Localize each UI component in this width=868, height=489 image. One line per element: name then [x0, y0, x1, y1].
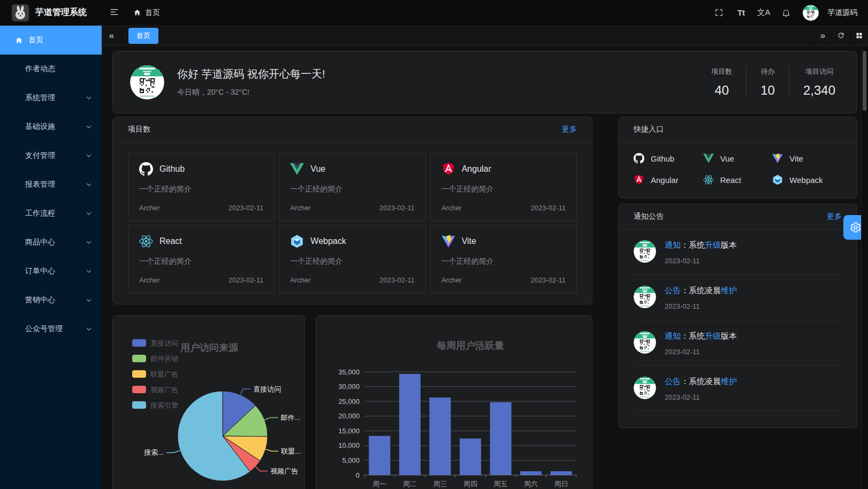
svg-text:联盟...: 联盟... [280, 447, 301, 455]
sidebar-item-基础设施[interactable]: 基础设施 [0, 112, 102, 141]
collapse-sidebar-icon[interactable]: « [102, 26, 122, 45]
next-tabs-icon[interactable]: » [813, 26, 832, 45]
svg-text:周日: 周日 [554, 480, 568, 488]
shortcut-Vite[interactable]: Vite [772, 153, 842, 164]
notices-more-link[interactable]: 更多 [827, 212, 842, 221]
tab-menu-grid-icon[interactable] [850, 26, 868, 45]
stat-项目数: 项目数 40 [697, 67, 746, 98]
app-title: 芋道管理系统 [35, 7, 87, 18]
project-card-Webpack[interactable]: Webpack 一个正经的简介 Archer 2023-02-11 [279, 225, 425, 293]
notice-title-segment: 版本 [721, 240, 737, 249]
chevron-down-icon [86, 152, 92, 159]
svg-text:周三: 周三 [433, 480, 447, 488]
notice-title-segment: 公告 [665, 286, 681, 295]
project-card-Vue[interactable]: Vue 一个正经的简介 Archer 2023-02-11 [279, 153, 425, 221]
left-column: 项目数 更多 Github 一个正经的简介 Archer 2023-02-11 … [112, 117, 592, 489]
project-desc: 一个正经的简介 [290, 185, 414, 194]
sidebar-item-商品中心[interactable]: 商品中心 [0, 228, 102, 257]
pie-chart-panel: 用户访问来源 直接访问 邮件营销 联盟广告 视频广告 搜索引擎直接访问邮件...… [112, 315, 305, 489]
projects-grid: Github 一个正经的简介 Archer 2023-02-11 Vue 一个正… [113, 142, 592, 304]
sidebar-item-label: 基础设施 [25, 122, 55, 132]
sidebar-item-订单中心[interactable]: 订单中心 [0, 257, 102, 286]
stat-label: 项目访问 [803, 67, 835, 77]
shortcut-label: Angular [651, 175, 679, 185]
header: 芋道管理系统 首页 Tt 文A 芋道源码 [0, 0, 868, 26]
sidebar-item-公众号管理[interactable]: 公众号管理 [0, 315, 102, 343]
notice-item[interactable]: 公告：系统凌晨维护 2023-02-11 [634, 275, 842, 320]
bar-chart-panel: 每周用户活跃量 05,00010,00015,00020,00025,00030… [316, 315, 592, 489]
project-author: Archer [290, 276, 310, 284]
username[interactable]: 芋道源码 [827, 8, 857, 18]
header-actions: Tt 文A 芋道源码 [710, 4, 868, 22]
svg-text:30,000: 30,000 [338, 383, 360, 391]
fullscreen-icon[interactable] [710, 4, 728, 22]
projects-more-link[interactable]: 更多 [562, 125, 577, 134]
notice-title-segment: ：系统 [681, 240, 705, 249]
sidebar-item-营销中心[interactable]: 营销中心 [0, 286, 102, 315]
sidebar-item-作者动态[interactable]: 作者动态 [0, 55, 102, 83]
projects-panel: 项目数 更多 Github 一个正经的简介 Archer 2023-02-11 … [112, 117, 592, 304]
welcome-weather: 今日晴，20°C - 32°C! [177, 88, 684, 97]
sidebar-item-首页[interactable]: 首页 [0, 26, 102, 55]
breadcrumb[interactable]: 首页 [133, 8, 160, 18]
shortcut-Webpack[interactable]: Webpack [772, 174, 842, 185]
vite-icon [772, 153, 783, 164]
svg-text:搜索引擎: 搜索引擎 [150, 401, 178, 409]
brand: 芋道管理系统 [0, 4, 102, 21]
vite-icon [441, 234, 455, 248]
shortcut-Github[interactable]: Github [634, 153, 703, 164]
tab-home[interactable]: 首页 [128, 28, 158, 44]
sidebar-item-label: 报表管理 [25, 180, 55, 189]
notice-date: 2023-02-11 [665, 302, 737, 310]
bell-icon[interactable] [777, 4, 795, 22]
notices-list: 通知：系统升级版本 2023-02-11 公告：系统凌晨维护 2023-02-1… [619, 230, 857, 427]
tabs: 首页 [122, 26, 813, 45]
project-date: 2023-02-11 [229, 276, 264, 284]
notice-avatar [634, 331, 656, 354]
project-card-Vite[interactable]: Vite 一个正经的简介 Archer 2023-02-11 [430, 225, 577, 293]
shortcut-Vue[interactable]: Vue [703, 153, 773, 164]
font-size-icon[interactable]: Tt [732, 4, 750, 22]
project-card-React[interactable]: React 一个正经的简介 Archer 2023-02-11 [128, 225, 275, 293]
project-author: Archer [441, 276, 462, 284]
scrollbar-thumb[interactable] [863, 51, 866, 111]
svg-text:邮件营销: 邮件营销 [150, 355, 178, 363]
sidebar-item-label: 首页 [28, 35, 43, 45]
project-card-Angular[interactable]: Angular 一个正经的简介 Archer 2023-02-11 [430, 153, 577, 221]
chevron-down-icon [86, 210, 92, 217]
notice-title-segment: 通知 [665, 331, 681, 340]
app-root: 芋道管理系统 首页 Tt 文A 芋道源码 首页作者动态系统管理基础设施支付管理报… [0, 0, 868, 489]
user-avatar[interactable] [803, 5, 819, 21]
project-author: Archer [139, 204, 159, 212]
notice-item[interactable]: 通知：系统升级版本 2023-02-11 [634, 320, 842, 366]
sidebar-item-支付管理[interactable]: 支付管理 [0, 141, 102, 170]
angular-icon [441, 162, 455, 176]
project-date: 2023-02-11 [379, 204, 415, 212]
svg-text:视频广告: 视频广告 [150, 386, 178, 394]
shortcuts-title: 快捷入口 [634, 125, 664, 134]
project-card-Github[interactable]: Github 一个正经的简介 Archer 2023-02-11 [128, 153, 275, 221]
sidebar-item-工作流程[interactable]: 工作流程 [0, 199, 102, 228]
vue-icon [703, 153, 714, 164]
notice-item[interactable]: 通知：系统升级版本 2023-02-11 [634, 230, 842, 275]
svg-text:周六: 周六 [524, 480, 538, 488]
sidebar-item-系统管理[interactable]: 系统管理 [0, 83, 102, 112]
shortcut-React[interactable]: React [703, 174, 773, 185]
stat-value: 40 [711, 83, 732, 98]
svg-text:直接访问: 直接访问 [150, 339, 178, 347]
github-icon [139, 162, 153, 176]
notice-title-segment: 维护 [721, 286, 737, 295]
svg-text:联盟广告: 联盟广告 [150, 370, 178, 378]
notice-item[interactable]: 公告：系统凌晨维护 2023-02-11 [634, 366, 842, 411]
main-content: 你好 芋道源码 祝你开心每一天! 今日晴，20°C - 32°C! 项目数 40… [102, 46, 868, 489]
stat-value: 10 [760, 83, 775, 98]
svg-text:用户访问来源: 用户访问来源 [180, 342, 239, 353]
sidebar-item-报表管理[interactable]: 报表管理 [0, 170, 102, 199]
project-name: Github [159, 164, 185, 174]
notices-title: 通知公告 [634, 212, 664, 221]
menu-fold-icon[interactable] [104, 4, 125, 22]
refresh-icon[interactable] [832, 26, 850, 45]
shortcut-Angular[interactable]: Angular [634, 174, 703, 185]
locale-icon[interactable]: 文A [755, 4, 773, 22]
stat-label: 项目数 [711, 67, 732, 77]
